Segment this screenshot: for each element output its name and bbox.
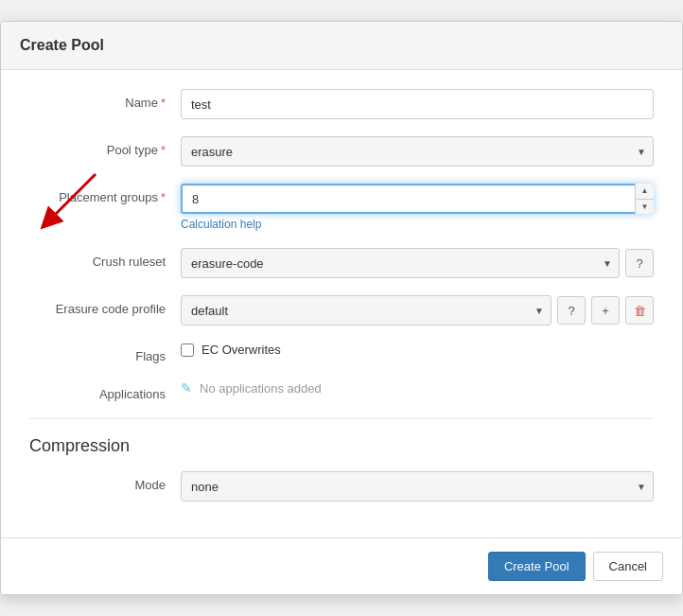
spinbox-down-button[interactable]: ▼ bbox=[636, 200, 654, 215]
name-input[interactable] bbox=[181, 89, 654, 119]
placement-groups-group: Placement groups* ▲ ▼ Calculation help bbox=[29, 184, 654, 231]
modal-header: Create Pool bbox=[1, 22, 682, 70]
compression-mode-select[interactable]: none aggressive passive force bbox=[181, 471, 654, 502]
flags-checkbox-group: EC Overwrites bbox=[181, 343, 654, 357]
flags-group: Flags EC Overwrites bbox=[29, 343, 654, 363]
compression-mode-label: Mode bbox=[29, 471, 181, 492]
crush-ruleset-select-wrap: erasure-code default bbox=[181, 248, 620, 278]
pool-type-group: Pool type* erasure replicated bbox=[29, 136, 654, 167]
spinbox-buttons: ▲ ▼ bbox=[635, 184, 654, 214]
cancel-button[interactable]: Cancel bbox=[593, 552, 663, 581]
ec-overwrites-checkbox[interactable] bbox=[181, 343, 194, 357]
create-pool-modal: Create Pool Name* Pool type* erasure rep… bbox=[0, 21, 683, 595]
no-applications-text: No applications added bbox=[200, 381, 322, 396]
erasure-profile-delete-button[interactable]: 🗑 bbox=[625, 296, 654, 325]
modal-title: Create Pool bbox=[20, 37, 663, 54]
erasure-profile-help-button[interactable]: ? bbox=[557, 296, 586, 325]
compression-mode-select-wrap: none aggressive passive force bbox=[181, 471, 654, 502]
crush-ruleset-control-wrap: erasure-code default ? bbox=[181, 248, 654, 278]
create-pool-button[interactable]: Create Pool bbox=[488, 552, 586, 581]
pool-type-control-wrap: erasure replicated bbox=[181, 136, 654, 167]
pool-type-select-wrap: erasure replicated bbox=[181, 136, 654, 167]
crush-ruleset-select[interactable]: erasure-code default bbox=[181, 248, 620, 278]
crush-ruleset-group: Crush ruleset erasure-code default ? bbox=[29, 248, 654, 278]
compression-section: Compression Mode none aggressive passive… bbox=[29, 436, 654, 502]
pool-type-label: Pool type* bbox=[29, 136, 181, 157]
erasure-profile-control-wrap: default ? + 🗑 bbox=[181, 295, 654, 326]
crush-ruleset-help-button[interactable]: ? bbox=[625, 249, 654, 277]
applications-wrap: ✎ No applications added bbox=[181, 380, 654, 396]
placement-groups-label: Placement groups* bbox=[29, 184, 181, 204]
erasure-profile-select[interactable]: default bbox=[181, 295, 552, 326]
name-label: Name* bbox=[29, 89, 181, 110]
spinbox-up-button[interactable]: ▲ bbox=[636, 184, 654, 200]
crush-ruleset-actions: erasure-code default ? bbox=[181, 248, 654, 278]
modal-body: Name* Pool type* erasure replicated bbox=[1, 70, 682, 537]
applications-control-wrap: ✎ No applications added bbox=[181, 380, 654, 396]
placement-groups-input[interactable] bbox=[181, 184, 654, 214]
erasure-profile-add-button[interactable]: + bbox=[591, 296, 620, 325]
compression-title: Compression bbox=[29, 436, 654, 456]
modal-footer: Create Pool Cancel bbox=[1, 537, 682, 594]
applications-edit-icon[interactable]: ✎ bbox=[181, 380, 192, 396]
erasure-profile-label: Erasure code profile bbox=[29, 295, 181, 316]
calculation-help-link[interactable]: Calculation help bbox=[181, 218, 654, 231]
name-group: Name* bbox=[29, 89, 654, 119]
ec-overwrites-label[interactable]: EC Overwrites bbox=[201, 343, 281, 357]
flags-control-wrap: EC Overwrites bbox=[181, 343, 654, 357]
section-divider bbox=[29, 418, 654, 419]
name-control-wrap bbox=[181, 89, 654, 119]
flags-label: Flags bbox=[29, 343, 181, 363]
erasure-profile-select-wrap: default bbox=[181, 295, 552, 326]
erasure-profile-actions: default ? + 🗑 bbox=[181, 295, 654, 326]
applications-label: Applications bbox=[29, 380, 181, 401]
crush-ruleset-label: Crush ruleset bbox=[29, 248, 181, 269]
placement-groups-control-wrap: ▲ ▼ Calculation help bbox=[181, 184, 654, 231]
placement-groups-spinbox-wrap: ▲ ▼ bbox=[181, 184, 654, 214]
erasure-profile-group: Erasure code profile default ? + bbox=[29, 295, 654, 326]
applications-group: Applications ✎ No applications added bbox=[29, 380, 654, 401]
compression-mode-control-wrap: none aggressive passive force bbox=[181, 471, 654, 502]
compression-mode-group: Mode none aggressive passive force bbox=[29, 471, 654, 502]
pool-type-select[interactable]: erasure replicated bbox=[181, 136, 654, 167]
